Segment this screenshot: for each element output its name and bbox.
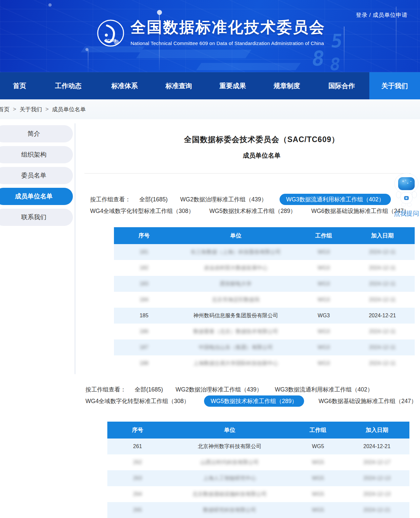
col-header-unit: 单位 (174, 232, 297, 239)
table-row: 262 山西云时代科技有限公司 WG5 2024-12-17 (107, 454, 409, 470)
assistant-label[interactable]: 点我提问 (393, 209, 420, 218)
committee-logo-icon[interactable]: TC609 (97, 19, 125, 47)
member-table-wg3: 序号 单位 工作组 加入日期 181 长三角数据（上海）科技股份有限公司 WG3… (114, 227, 415, 371)
cell-date: 2024-12-17 (344, 459, 409, 465)
nav-item-achievements[interactable]: 重要成果 (206, 72, 260, 99)
cell-date: 2024-12-21 (344, 443, 409, 449)
cell-workgroup: WG3 (297, 249, 350, 255)
cell-unit: 中国电信山东（集团）有限公司 (174, 344, 297, 351)
cell-date: 2024-12-13 (344, 491, 409, 497)
col-header-join-date: 加入日期 (344, 426, 409, 434)
cell-unit: 西安邮电大学 (174, 281, 297, 287)
cell-workgroup: WG3 (297, 281, 350, 287)
sidebar-item-structure[interactable]: 组织架构 (0, 146, 73, 163)
cell-workgroup: WG5 (291, 459, 344, 465)
filter-option-wg5-selected[interactable]: WG5数据技术标准工作组（289） (204, 395, 304, 407)
cell-no: 261 (107, 443, 168, 449)
table-row: 263 上海人工智能研究中心 WG5 2024-12-13 (107, 470, 409, 486)
cell-date: 2024-12-13 (344, 475, 409, 481)
cell-no: 181 (114, 249, 174, 255)
col-header-no: 序号 (107, 426, 168, 434)
cell-workgroup: WG3 (297, 265, 350, 271)
filter-option-wg2[interactable]: WG2数据治理标准工作组（439） (180, 195, 267, 203)
cell-no: 186 (114, 329, 174, 335)
nav-item-home[interactable]: 首页 (0, 72, 39, 99)
page-title: 全国数据标委会技术委员会（SAC/TC609） (83, 134, 420, 145)
header-decor-line (344, 26, 344, 72)
filter-prefix-label: 按工作组查看： (85, 386, 126, 393)
cell-date: 2024-12-11 (350, 360, 415, 366)
col-header-unit: 单位 (168, 426, 291, 434)
cell-no: 184 (114, 297, 174, 303)
breadcrumb-separator: > (13, 106, 16, 113)
site-subtitle-en: National Technical Committee 609 on Data… (131, 40, 325, 46)
cell-unit: 农业农村部大数据发展中心 (174, 265, 297, 272)
cell-no: 182 (114, 265, 174, 271)
cell-unit: 数据研究科技有限公司 (168, 507, 291, 514)
sidebar-item-committee-members[interactable]: 委员名单 (0, 167, 73, 184)
cell-no: 265 (107, 507, 168, 513)
sidebar: 简介 组织架构 委员名单 成员单位名单 联系我们 (0, 125, 74, 226)
cell-date: 2024-12-21 (350, 313, 415, 319)
nav-item-standard-system[interactable]: 标准体系 (97, 72, 152, 99)
header-decor-digit: 8 (329, 56, 341, 72)
filter-option-wg5[interactable]: WG5数据技术标准工作组（289） (209, 207, 296, 215)
site-header: 5 8 8 登录 / 成员单位申请 TC609 全国数据标准化技术委员会 Nat… (0, 0, 420, 72)
cell-workgroup: WG5 (291, 475, 344, 481)
cell-unit: 上海人工智能研究中心 (168, 475, 291, 482)
nav-item-standard-search[interactable]: 标准查询 (152, 72, 206, 99)
filter-option-wg4[interactable]: WG4全域数字化转型标准工作组（308） (85, 397, 189, 405)
cell-no: 262 (107, 459, 168, 465)
table-row: 187 中国电信山东（集团）有限公司 WG3 2024-12-11 (114, 339, 415, 355)
nav-item-about-us[interactable]: 关于我们 (369, 72, 420, 99)
cell-no: 263 (107, 475, 168, 481)
robot-assistant-icon (393, 173, 420, 207)
header-decor-digit: 5 (330, 32, 344, 50)
cell-unit: 长三角数据（上海）科技股份有限公司 (174, 249, 297, 256)
table-row: 188 上海数据交易大学国际科技创新中心 WG3 2024-12-11 (114, 355, 415, 371)
table-row: 265 数据研究科技有限公司 WG5 2024-12-21 (107, 502, 409, 518)
filter-option-wg3[interactable]: WG3数据流通利用标准工作组（402） (275, 386, 373, 393)
table-row: 182 农业农村部大数据发展中心 WG3 2024-12-11 (114, 260, 415, 276)
nav-item-work-news[interactable]: 工作动态 (39, 72, 97, 99)
sidebar-item-contact[interactable]: 联系我们 (0, 209, 73, 226)
cell-workgroup: WG3 (297, 344, 350, 350)
cell-unit: 神州数码信息服务集团股份有限公司 (174, 312, 297, 319)
header-decor-band (196, 63, 300, 70)
filter-option-wg6[interactable]: WG6数据基础设施标准工作组（247） (319, 397, 417, 405)
cell-no: 185 (114, 313, 174, 319)
cell-unit: 北京市海淀区数据局 (174, 296, 297, 303)
col-header-join-date: 加入日期 (350, 232, 415, 239)
col-header-no: 序号 (114, 232, 174, 239)
cell-no: 264 (107, 491, 168, 497)
header-decor-line (88, 50, 88, 72)
filter-option-all[interactable]: 全部(1685) (139, 195, 168, 203)
table-row: 183 西安邮电大学 WG3 2024-12-11 (114, 276, 415, 292)
header-decor-band (136, 50, 251, 58)
cell-date: 2024-12-11 (350, 265, 415, 271)
cell-workgroup: WG5 (291, 443, 344, 449)
filter-option-all[interactable]: 全部(1685) (135, 386, 163, 393)
header-decor-band (81, 46, 145, 52)
sidebar-divider (74, 123, 76, 374)
table-header-row: 序号 单位 工作组 加入日期 (107, 422, 409, 439)
nav-item-regulations[interactable]: 规章制度 (260, 72, 314, 99)
breadcrumb-home[interactable]: 首页 (0, 106, 10, 113)
main-nav: 首页 工作动态 标准体系 标准查询 重要成果 规章制度 国际合作 关于我们 (0, 72, 420, 99)
chat-assistant[interactable]: 点我提问 (393, 173, 420, 218)
breadcrumb-member-list[interactable]: 成员单位名单 (52, 106, 86, 113)
filter-option-wg2[interactable]: WG2数据治理标准工作组（439） (176, 386, 262, 393)
nav-item-international[interactable]: 国际合作 (314, 72, 369, 99)
filter-option-wg3-selected[interactable]: WG3数据流通利用标准工作组（402） (280, 194, 391, 205)
cell-unit: 数据要素（北京）数据技术有限公司 (174, 328, 297, 335)
cell-unit: 北京神州数字科技有限公司 (168, 443, 291, 450)
sidebar-item-intro[interactable]: 简介 (0, 125, 73, 142)
sidebar-item-member-units[interactable]: 成员单位名单 (0, 188, 73, 205)
filter-prefix-label: 按工作组查看： (90, 195, 131, 203)
filter-option-wg4[interactable]: WG4全域数字化转型标准工作组（308） (90, 207, 194, 215)
login-apply-link[interactable]: 登录 / 成员单位申请 (356, 11, 407, 19)
breadcrumb-about[interactable]: 关于我们 (20, 106, 42, 113)
table-row: 264 北京数据基础设施科技有限公司 WG5 2024-12-13 (107, 486, 409, 502)
workgroup-filter-bottom: 按工作组查看： 全部(1685) WG2数据治理标准工作组（439） WG3数据… (85, 384, 417, 406)
col-header-workgroup: 工作组 (291, 426, 344, 434)
